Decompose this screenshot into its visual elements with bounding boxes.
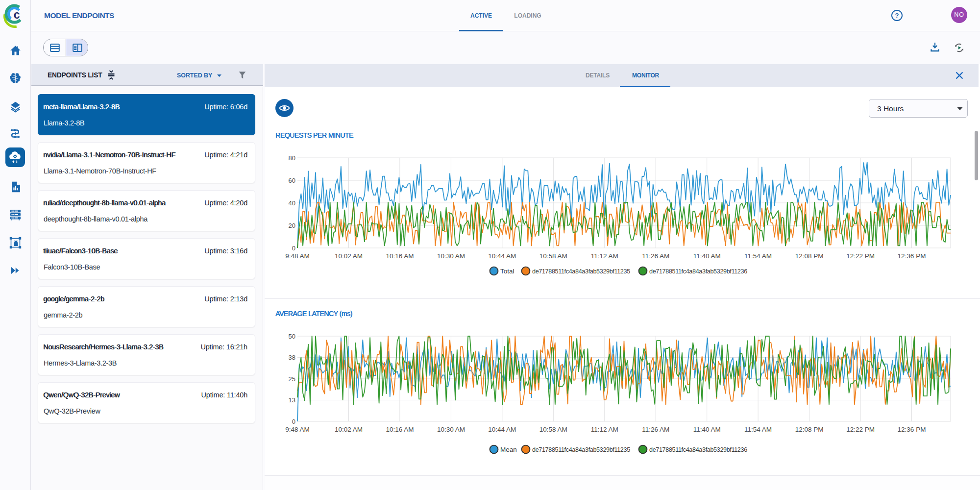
svg-text:11:12 AM: 11:12 AM — [591, 252, 618, 260]
svg-text:12:36 PM: 12:36 PM — [898, 252, 926, 260]
svg-text:11:12 AM: 11:12 AM — [591, 426, 618, 433]
svg-text:0: 0 — [292, 418, 295, 425]
svg-text:c: c — [14, 8, 20, 21]
svg-text:11:54 AM: 11:54 AM — [744, 426, 772, 433]
svg-text:25: 25 — [289, 375, 295, 383]
svg-text:10:02 AM: 10:02 AM — [335, 252, 363, 260]
svg-text:11:40 AM: 11:40 AM — [693, 252, 721, 260]
svg-text:Mean: Mean — [500, 446, 517, 453]
svg-text:11:40 AM: 11:40 AM — [693, 426, 721, 433]
svg-text:11:54 AM: 11:54 AM — [744, 252, 772, 260]
svg-text:10:30 AM: 10:30 AM — [437, 252, 465, 260]
svg-text:12:22 PM: 12:22 PM — [846, 252, 875, 260]
svg-text:80: 80 — [289, 154, 295, 162]
svg-text:38: 38 — [289, 354, 295, 361]
svg-text:10:58 AM: 10:58 AM — [539, 252, 567, 260]
svg-text:10:02 AM: 10:02 AM — [335, 426, 363, 433]
svg-text:10:58 AM: 10:58 AM — [539, 426, 567, 433]
svg-text:60: 60 — [289, 177, 295, 184]
svg-text:40: 40 — [289, 199, 295, 207]
svg-text:12:08 PM: 12:08 PM — [795, 252, 824, 260]
svg-text:de71788511fc4a84a3fab5329bf112: de71788511fc4a84a3fab5329bf11236 — [649, 446, 747, 453]
svg-text:12:08 PM: 12:08 PM — [795, 426, 824, 433]
svg-text:de71788511fc4a84a3fab5329bf112: de71788511fc4a84a3fab5329bf11236 — [649, 268, 747, 275]
svg-text:0: 0 — [292, 245, 295, 252]
svg-text:12:36 PM: 12:36 PM — [898, 426, 926, 433]
svg-text:50: 50 — [289, 333, 295, 340]
svg-text:de71788511fc4a84a3fab5329bf112: de71788511fc4a84a3fab5329bf11235 — [532, 446, 630, 453]
svg-text:Total: Total — [500, 268, 514, 275]
svg-text:10:16 AM: 10:16 AM — [386, 252, 414, 260]
svg-text:10:16 AM: 10:16 AM — [386, 426, 414, 433]
svg-text:10:44 AM: 10:44 AM — [488, 426, 516, 433]
svg-text:12:22 PM: 12:22 PM — [846, 426, 875, 433]
svg-text:10:30 AM: 10:30 AM — [437, 426, 465, 433]
svg-text:9:48 AM: 9:48 AM — [285, 252, 310, 260]
svg-text:9:48 AM: 9:48 AM — [285, 426, 310, 433]
svg-text:13: 13 — [289, 396, 295, 404]
svg-text:20: 20 — [289, 222, 295, 229]
svg-text:10:44 AM: 10:44 AM — [488, 252, 516, 260]
svg-text:11:26 AM: 11:26 AM — [642, 426, 669, 433]
svg-text:de71788511fc4a84a3fab5329bf112: de71788511fc4a84a3fab5329bf11235 — [532, 268, 630, 275]
svg-text:11:26 AM: 11:26 AM — [642, 252, 669, 260]
